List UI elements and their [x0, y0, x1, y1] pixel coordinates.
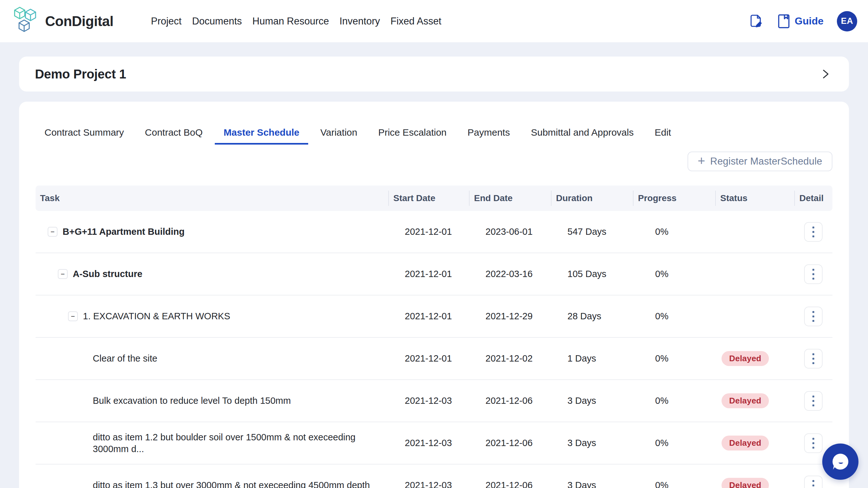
row-menu-button[interactable] [804, 307, 823, 326]
end-date-cell: 2022-03-16 [469, 269, 551, 279]
detail-cell [794, 264, 832, 284]
status-cell: Delayed [715, 435, 794, 451]
task-label: ditto as item 1.3 but over 3000mm & not … [93, 480, 370, 488]
progress-cell: 0% [633, 480, 715, 488]
progress-cell: 0% [633, 353, 715, 364]
row-menu-button[interactable] [804, 433, 823, 453]
chat-icon [830, 451, 851, 472]
status-cell: Delayed [715, 393, 794, 408]
table-body: − B+G+11 Apartment Building 2021-12-01 2… [36, 211, 832, 488]
tab-edit[interactable]: Edit [646, 127, 680, 145]
schedule-table: TaskStart DateEnd DateDurationProgressSt… [36, 186, 832, 488]
task-label: A-Sub structure [73, 268, 142, 280]
table-row: ditto as item 1.2 but boulder soil over … [36, 422, 832, 464]
tab-payments[interactable]: Payments [459, 127, 519, 145]
row-menu-button[interactable] [804, 264, 823, 284]
nav-item-project[interactable]: Project [151, 16, 181, 27]
task-cell: Clear of the site [36, 353, 388, 364]
register-masterschedule-button[interactable]: + Register MasterSchedule [687, 152, 832, 171]
progress-cell: 0% [633, 396, 715, 406]
start-date-cell: 2021-12-03 [388, 438, 469, 448]
compose-button[interactable] [749, 14, 764, 29]
minus-icon: − [61, 271, 65, 278]
column-header-duration: Duration [551, 186, 633, 211]
status-badge: Delayed [721, 478, 769, 488]
nav-item-fixed-asset[interactable]: Fixed Asset [391, 16, 441, 27]
plus-icon: + [698, 154, 705, 167]
table-row: − 1. EXCAVATION & EARTH WORKS 2021-12-01… [36, 296, 832, 338]
detail-cell [794, 307, 832, 326]
detail-cell [794, 349, 832, 369]
row-menu-button[interactable] [804, 391, 823, 411]
table-row: Bulk excavation to reduce level To depth… [36, 380, 832, 422]
column-header-end-date: End Date [469, 186, 551, 211]
start-date-cell: 2021-12-03 [388, 396, 469, 406]
task-label: B+G+11 Apartment Building [63, 226, 185, 237]
tab-contract-boq[interactable]: Contract BoQ [136, 127, 212, 145]
tab-submittal-and-approvals[interactable]: Submittal and Approvals [522, 127, 643, 145]
tab-variation[interactable]: Variation [311, 127, 366, 145]
status-badge: Delayed [721, 435, 769, 451]
avatar[interactable]: EA [837, 11, 857, 31]
nav-item-documents[interactable]: Documents [192, 16, 242, 27]
tab-master-schedule[interactable]: Master Schedule [215, 127, 308, 145]
task-cell: Bulk excavation to reduce level To depth… [36, 395, 388, 406]
condigital-logo-icon [12, 5, 39, 38]
contract-card: Contract SummaryContract BoQMaster Sched… [19, 102, 849, 488]
end-date-cell: 2023-06-01 [469, 226, 551, 237]
status-cell: Delayed [715, 351, 794, 366]
nav-item-human-resource[interactable]: Human Resource [252, 16, 329, 27]
book-icon [777, 13, 790, 29]
duration-cell: 1 Days [551, 353, 633, 364]
collapse-toggle-button[interactable]: − [48, 227, 58, 237]
nav-item-inventory[interactable]: Inventory [339, 16, 380, 27]
minus-icon: − [51, 228, 55, 236]
chat-fab-button[interactable] [822, 444, 859, 480]
end-date-cell: 2021-12-02 [469, 353, 551, 364]
row-menu-button[interactable] [804, 222, 823, 242]
collapse-toggle-button[interactable]: − [68, 311, 78, 321]
status-badge: Delayed [721, 393, 769, 408]
task-cell: − 1. EXCAVATION & EARTH WORKS [36, 310, 388, 322]
end-date-cell: 2021-12-06 [469, 438, 551, 448]
brand: ConDigital [12, 5, 114, 38]
start-date-cell: 2021-12-01 [388, 226, 469, 237]
topbar-right: Guide EA [749, 11, 857, 31]
task-cell: ditto as item 1.3 but over 3000mm & not … [36, 480, 388, 488]
chevron-right-icon[interactable] [820, 67, 831, 81]
task-cell: − A-Sub structure [36, 268, 388, 280]
minus-icon: − [71, 313, 75, 320]
duration-cell: 28 Days [551, 311, 633, 322]
tab-price-escalation[interactable]: Price Escalation [369, 127, 455, 145]
row-menu-button[interactable] [804, 476, 823, 488]
start-date-cell: 2021-12-01 [388, 353, 469, 364]
progress-cell: 0% [633, 226, 715, 237]
end-date-cell: 2021-12-06 [469, 480, 551, 488]
start-date-cell: 2021-12-01 [388, 269, 469, 279]
column-header-status: Status [715, 186, 794, 211]
guide-label: Guide [795, 15, 824, 27]
brand-name: ConDigital [45, 13, 114, 29]
detail-cell [794, 391, 832, 411]
task-label: Clear of the site [93, 353, 157, 364]
start-date-cell: 2021-12-01 [388, 311, 469, 322]
compose-icon [749, 14, 764, 29]
duration-cell: 3 Days [551, 396, 633, 406]
topbar: ConDigital ProjectDocumentsHuman Resourc… [0, 0, 868, 42]
guide-button[interactable]: Guide [777, 13, 824, 29]
progress-cell: 0% [633, 311, 715, 322]
progress-cell: 0% [633, 438, 715, 448]
start-date-cell: 2021-12-03 [388, 480, 469, 488]
task-cell: − B+G+11 Apartment Building [36, 226, 388, 237]
tab-contract-summary[interactable]: Contract Summary [36, 127, 133, 145]
row-menu-button[interactable] [804, 349, 823, 369]
end-date-cell: 2021-12-06 [469, 396, 551, 406]
actions-row: + Register MasterSchedule [36, 152, 832, 171]
task-label: 1. EXCAVATION & EARTH WORKS [83, 310, 230, 322]
collapse-toggle-button[interactable]: − [58, 269, 68, 279]
project-banner[interactable]: Demo Project 1 [19, 57, 849, 92]
column-header-progress: Progress [633, 186, 715, 211]
register-label: Register MasterSchedule [710, 156, 822, 167]
detail-cell [794, 222, 832, 242]
table-row: Clear of the site 2021-12-01 2021-12-02 … [36, 338, 832, 380]
